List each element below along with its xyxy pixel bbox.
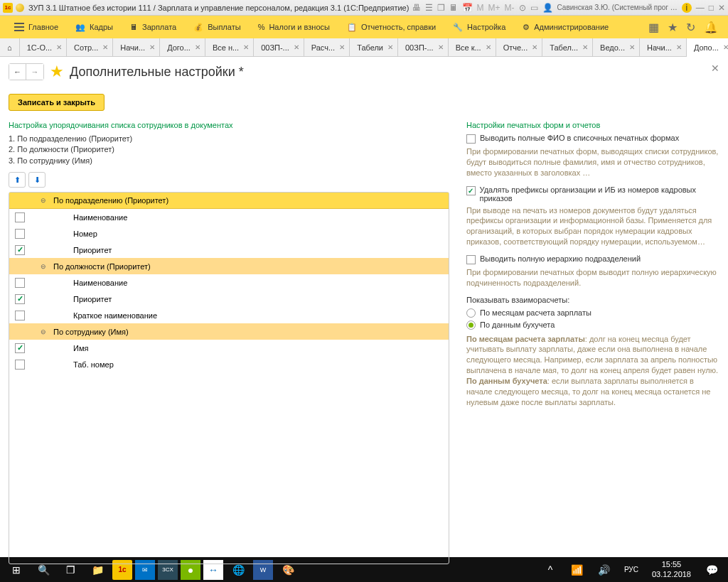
doc-icon[interactable]: ❐: [437, 3, 445, 13]
tree-item[interactable]: Наименование: [9, 209, 449, 225]
menu-nastroika[interactable]: 🔧Настройка: [444, 16, 514, 38]
menu-kadry[interactable]: 👥Кадры: [67, 16, 122, 38]
tree-checkbox[interactable]: [15, 278, 25, 288]
print-icon[interactable]: 🖶: [412, 3, 421, 13]
tab-12[interactable]: Ведо...✕: [593, 38, 640, 56]
tab-3[interactable]: Дого...✕: [160, 38, 205, 56]
calendar-icon[interactable]: 📅: [462, 3, 473, 13]
tree-group[interactable]: ⊖ По подразделению (Приоритет): [9, 193, 449, 209]
menu-nalogi[interactable]: %Налоги и взносы: [250, 16, 338, 38]
fullname-checkbox[interactable]: [466, 134, 476, 144]
tree-item[interactable]: Наименование: [9, 274, 449, 291]
tree-checkbox[interactable]: [15, 212, 25, 222]
minimize-icon[interactable]: —: [696, 3, 705, 13]
menu-admin[interactable]: ⚙Администрирование: [514, 16, 617, 38]
collapse-icon[interactable]: ⊖: [41, 328, 48, 335]
menu-main[interactable]: Главное: [6, 16, 67, 38]
tab-home[interactable]: ⌂: [0, 38, 20, 56]
tab-close-icon[interactable]: ✕: [676, 43, 682, 51]
user-icon[interactable]: 👤: [542, 3, 553, 13]
move-up-button[interactable]: ⬆: [9, 172, 26, 188]
save-and-close-button[interactable]: Записать и закрыть: [9, 94, 105, 111]
tree-group[interactable]: ⊖ По сотруднику (Имя): [9, 323, 449, 340]
tree-checkbox[interactable]: [15, 245, 25, 255]
titlebar: 1c ЗУП 3.1 Штатное без истории 111 / Зар…: [0, 0, 728, 16]
radio-help: По месяцам расчета зарплаты: долг на кон…: [466, 334, 719, 408]
collapse-icon[interactable]: ⊖: [41, 263, 48, 270]
maximize-icon[interactable]: □: [709, 3, 714, 13]
percent-icon: %: [258, 23, 265, 31]
calc-icon[interactable]: 🖩: [449, 3, 458, 13]
tab-close-icon[interactable]: ✕: [243, 43, 249, 51]
tab-close-icon[interactable]: ✕: [582, 43, 588, 51]
tab-1[interactable]: Сотр...✕: [67, 38, 113, 56]
favorite-star-icon[interactable]: ★: [50, 63, 64, 81]
tree-checkbox[interactable]: [15, 311, 25, 320]
tab-7[interactable]: Табели✕: [350, 38, 398, 56]
tab-6[interactable]: Расч...✕: [304, 38, 350, 56]
gear-icon: ⚙: [523, 23, 530, 32]
tab-2[interactable]: Начи...✕: [113, 38, 160, 56]
move-down-button[interactable]: ⬇: [28, 172, 46, 188]
menu-otchet[interactable]: 📋Отчетность, справки: [338, 16, 444, 38]
tab-close-icon[interactable]: ✕: [56, 43, 62, 51]
tab-close-icon[interactable]: ✕: [532, 43, 537, 51]
grid-icon[interactable]: ▦: [644, 21, 663, 34]
tree-checkbox[interactable]: [15, 360, 25, 370]
radio-by-accounting[interactable]: [466, 320, 476, 330]
close-page-button[interactable]: ✕: [711, 63, 719, 74]
nav-back-button[interactable]: ←: [9, 64, 26, 80]
hierarchy-checkbox[interactable]: [466, 255, 476, 264]
tab-close-icon[interactable]: ✕: [723, 43, 728, 51]
tree-group[interactable]: ⊖ По должности (Приоритет): [9, 258, 449, 274]
m-minus-icon[interactable]: M-: [505, 3, 515, 13]
prefix-checkbox[interactable]: [466, 186, 476, 195]
tree-checkbox[interactable]: [15, 294, 25, 304]
tab-close-icon[interactable]: ✕: [102, 43, 108, 51]
star-icon[interactable]: ★: [663, 21, 682, 34]
tab-5[interactable]: 00ЗП-...✕: [254, 38, 304, 56]
close-window-icon[interactable]: ✕: [718, 3, 725, 13]
tree-item[interactable]: Имя: [9, 340, 449, 356]
tree-item[interactable]: Краткое наименование: [9, 307, 449, 323]
tab-13[interactable]: Начи...✕: [640, 38, 687, 56]
hierarchy-label: Выводить полную иерархию подразделений: [480, 254, 641, 263]
tab-10[interactable]: Отче...✕: [496, 38, 543, 56]
tab-4[interactable]: Все н...✕: [205, 38, 254, 56]
tree-item[interactable]: Приоритет: [9, 291, 449, 307]
menu-vyplaty[interactable]: 💰Выплаты: [185, 16, 249, 38]
tab-11[interactable]: Табел...✕: [542, 38, 593, 56]
money-icon: 💰: [193, 23, 203, 32]
tab-9[interactable]: Все к...✕: [449, 38, 496, 56]
m-plus-icon[interactable]: M+: [488, 3, 500, 13]
tree-checkbox[interactable]: [15, 229, 25, 239]
tab-close-icon[interactable]: ✕: [195, 43, 200, 51]
m-icon[interactable]: M: [477, 3, 484, 13]
hierarchy-help: При формировании печатных форм выводит п…: [466, 267, 719, 289]
tree-item[interactable]: Таб. номер: [9, 356, 449, 372]
info-icon[interactable]: i: [682, 3, 692, 13]
menu-zarplata[interactable]: 🖩Зарплата: [122, 16, 185, 38]
tab-close-icon[interactable]: ✕: [339, 43, 345, 51]
search-icon[interactable]: ⊙: [519, 3, 526, 13]
tab-close-icon[interactable]: ✕: [438, 43, 444, 51]
tab-close-icon[interactable]: ✕: [294, 43, 299, 51]
tab-14[interactable]: Допо...✕: [687, 38, 728, 57]
tab-8[interactable]: 00ЗП-...✕: [398, 38, 449, 56]
tool-icon[interactable]: ☰: [425, 3, 433, 13]
collapse-icon[interactable]: ⊖: [41, 197, 48, 204]
tab-0[interactable]: 1С-О...✕: [20, 38, 67, 56]
history-icon[interactable]: ↻: [682, 21, 700, 34]
bell-icon[interactable]: 🔔: [700, 21, 722, 34]
radio-by-month[interactable]: [466, 308, 476, 318]
nav-forward-button[interactable]: →: [26, 64, 43, 80]
tree-item[interactable]: Приоритет: [9, 242, 449, 258]
tab-close-icon[interactable]: ✕: [149, 43, 155, 51]
book-icon[interactable]: ▭: [530, 3, 538, 13]
tree-checkbox[interactable]: [15, 343, 25, 353]
tab-close-icon[interactable]: ✕: [486, 43, 491, 51]
tab-close-icon[interactable]: ✕: [387, 43, 393, 51]
tree-item[interactable]: Номер: [9, 225, 449, 242]
order-list: 1. По подразделению (Приоритет) 2. По до…: [9, 134, 449, 166]
tab-close-icon[interactable]: ✕: [629, 43, 635, 51]
